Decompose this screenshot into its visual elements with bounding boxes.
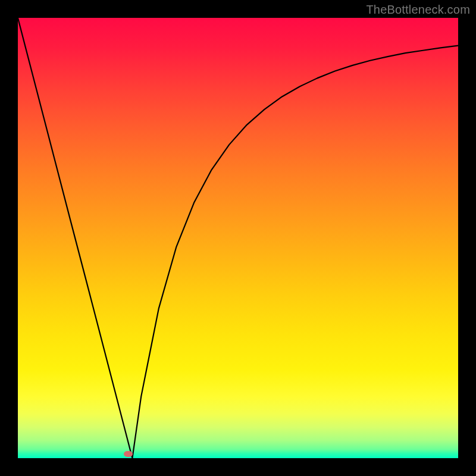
plot-area bbox=[18, 18, 458, 458]
attribution-label: TheBottleneck.com bbox=[366, 3, 470, 17]
background-gradient bbox=[18, 18, 458, 458]
chart-frame: TheBottleneck.com bbox=[0, 0, 476, 476]
